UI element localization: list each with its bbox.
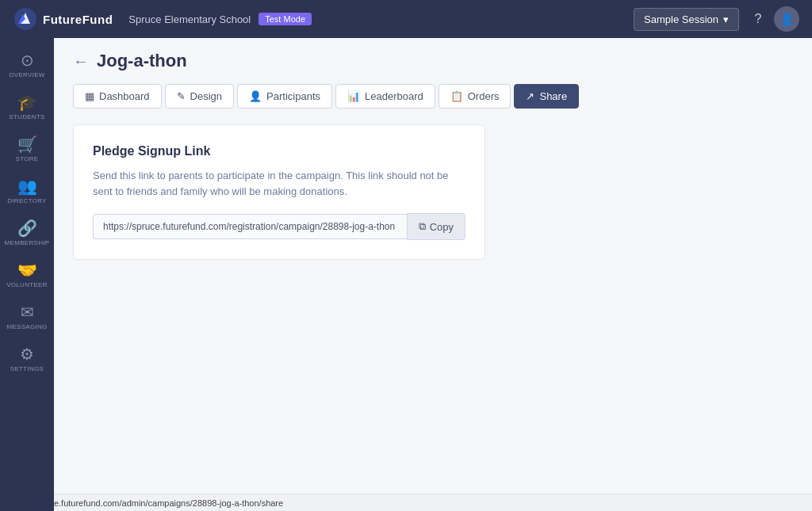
orders-tab-icon: 📋 <box>450 90 463 102</box>
page-header: ← Jog-a-thon <box>73 51 793 71</box>
sidebar-item-overview[interactable]: ⊙ OVERVIEW <box>0 44 54 86</box>
sidebar-label-store: STORE <box>16 155 39 162</box>
membership-icon: 🔗 <box>17 220 37 236</box>
sidebar-label-membership: MEMBERSHIP <box>5 239 50 246</box>
avatar[interactable]: 👤 <box>774 6 799 32</box>
card-title: Pledge Signup Link <box>93 144 465 158</box>
tab-bar: ▦ Dashboard ✎ Design 👤 Participants 📊 Le… <box>73 84 793 109</box>
link-row: ⧉ Copy <box>93 213 465 240</box>
user-icon: 👤 <box>780 13 794 25</box>
sidebar-item-membership[interactable]: 🔗 MEMBERSHIP <box>0 212 54 254</box>
overview-icon: ⊙ <box>21 52 34 68</box>
tab-participants[interactable]: 👤 Participants <box>237 84 332 109</box>
session-button[interactable]: Sample Session ▾ <box>634 8 739 31</box>
sidebar-label-messaging: MESSAGING <box>6 323 47 330</box>
copy-button[interactable]: ⧉ Copy <box>407 213 465 240</box>
messaging-icon: ✉ <box>21 304 34 320</box>
tab-share-label: Share <box>539 90 567 102</box>
copy-icon: ⧉ <box>419 220 426 233</box>
sidebar-item-volunteer[interactable]: 🤝 VOLUNTEER <box>0 254 54 296</box>
store-icon: 🛒 <box>17 136 37 152</box>
back-button[interactable]: ← <box>73 52 89 71</box>
sidebar-item-students[interactable]: 🎓 STUDENTS <box>0 86 54 128</box>
tab-design-label: Design <box>190 90 222 102</box>
sidebar-item-settings[interactable]: ⚙ SETTINGS <box>0 338 54 380</box>
sidebar-item-store[interactable]: 🛒 STORE <box>0 128 54 170</box>
help-button[interactable]: ? <box>745 6 771 32</box>
help-icon: ? <box>755 12 762 26</box>
sidebar-item-directory[interactable]: 👥 DIRECTORY <box>0 170 54 212</box>
tab-dashboard-label: Dashboard <box>99 90 150 102</box>
sidebar-label-volunteer: VOLUNTEER <box>6 281 48 288</box>
sidebar-label-students: STUDENTS <box>9 113 45 120</box>
sidebar-item-messaging[interactable]: ✉ MESSAGING <box>0 296 54 338</box>
tab-orders-label: Orders <box>468 90 500 102</box>
directory-icon: 👥 <box>17 178 37 194</box>
sidebar-label-settings: SETTINGS <box>10 365 44 372</box>
students-icon: 🎓 <box>17 94 37 110</box>
logo: FutureFund <box>13 6 113 32</box>
logo-text: FutureFund <box>43 13 113 26</box>
tab-orders[interactable]: 📋 Orders <box>439 84 511 109</box>
top-header: FutureFund Spruce Elementary School Test… <box>0 0 812 38</box>
school-name: Spruce Elementary School <box>128 13 251 25</box>
card-description: Send this link to parents to participate… <box>93 168 465 199</box>
session-label: Sample Session <box>644 13 718 25</box>
copy-label: Copy <box>430 221 454 233</box>
main-content: ← Jog-a-thon ▦ Dashboard ✎ Design 👤 Part… <box>54 38 812 273</box>
pledge-signup-card: Pledge Signup Link Send this link to par… <box>73 124 485 260</box>
test-mode-badge: Test Mode <box>259 13 312 25</box>
statusbar: https://spruce.futurefund.com/admin/camp… <box>0 494 812 511</box>
sidebar: ⊙ OVERVIEW 🎓 STUDENTS 🛒 STORE 👥 DIRECTOR… <box>0 38 54 511</box>
dashboard-tab-icon: ▦ <box>85 90 94 102</box>
back-arrow-icon: ← <box>73 52 89 71</box>
settings-icon: ⚙ <box>20 346 34 362</box>
page-title: Jog-a-thon <box>97 51 187 71</box>
pledge-link-input[interactable] <box>93 214 407 239</box>
participants-tab-icon: 👤 <box>249 90 262 102</box>
tab-leaderboard-label: Leaderboard <box>365 90 423 102</box>
volunteer-icon: 🤝 <box>17 262 37 278</box>
design-tab-icon: ✎ <box>177 90 186 102</box>
chevron-down-icon: ▾ <box>723 13 729 25</box>
tab-participants-label: Participants <box>266 90 320 102</box>
tab-dashboard[interactable]: ▦ Dashboard <box>73 84 162 109</box>
tab-leaderboard[interactable]: 📊 Leaderboard <box>335 84 435 109</box>
leaderboard-tab-icon: 📊 <box>347 90 360 102</box>
tab-share[interactable]: ↗ Share <box>514 84 579 109</box>
sidebar-label-overview: OVERVIEW <box>9 71 44 78</box>
sidebar-label-directory: DIRECTORY <box>7 197 47 204</box>
logo-icon <box>13 6 38 32</box>
share-tab-icon: ↗ <box>526 90 534 102</box>
tab-design[interactable]: ✎ Design <box>165 84 234 109</box>
